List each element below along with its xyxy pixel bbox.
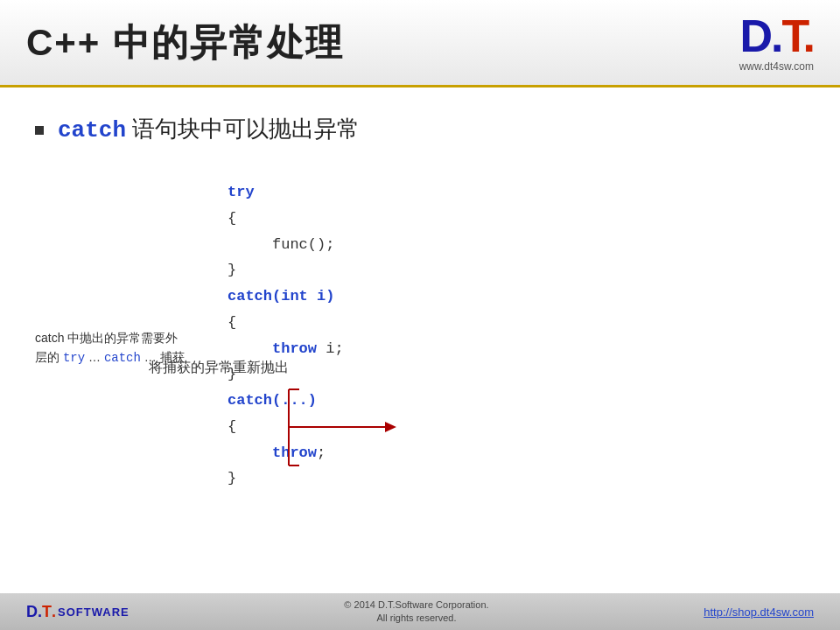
code-line-4: }: [228, 257, 472, 284]
content-area: catch 中抛出的异常需要外 层的 try … catch … 捕获 try …: [35, 171, 805, 500]
footer-logo: D.T.SOFTWARE: [26, 603, 130, 621]
bullet-keyword: catch: [58, 117, 126, 144]
code-line-9: catch(...): [228, 388, 472, 414]
code-line-2: {: [228, 206, 472, 232]
code-line-7: throw i;: [228, 336, 472, 362]
right-annotation: 将捕获的异常重新抛出: [149, 359, 289, 377]
main-content: catch 语句块中可以抛出异常 catch 中抛出的异常需要外 层的 try …: [0, 88, 840, 593]
code-line-5: catch(int i): [228, 284, 472, 310]
annotation-line1: catch 中抛出的异常需要外: [35, 331, 178, 345]
footer-logo-period: .: [52, 603, 56, 621]
footer-copyright: © 2014 D.T.Software Corporation. All rig…: [344, 598, 488, 626]
footer-url[interactable]: http://shop.dt4sw.com: [704, 606, 814, 619]
footer: D.T.SOFTWARE © 2014 D.T.Software Corpora…: [0, 593, 840, 630]
header: C++ 中的异常处理 D.T. D.T. www.dt4sw.com: [0, 0, 840, 88]
copyright-line1: © 2014 D.T.Software Corporation.: [344, 598, 488, 612]
bullet-row: catch 语句块中可以抛出异常: [35, 114, 805, 144]
code-block: try { func(); } catch(int i) { throw i; …: [228, 171, 472, 500]
code-line-3: func();: [228, 232, 472, 258]
bullet-text: catch 语句块中可以抛出异常: [58, 114, 360, 144]
footer-logo-t: T: [42, 603, 52, 621]
logo-url: www.dt4sw.com: [739, 60, 814, 73]
code-line-6: {: [228, 310, 472, 336]
code-line-11: throw;: [228, 440, 472, 466]
footer-logo-sw: SOFTWARE: [58, 606, 130, 619]
code-line-10: {: [228, 414, 472, 440]
bullet-rest: 语句块中可以抛出异常: [126, 116, 360, 142]
code-line-1: try: [228, 179, 472, 206]
page-title: C++ 中的异常处理: [26, 18, 344, 67]
copyright-line2: All rights reserved.: [344, 612, 488, 625]
code-line-12: }: [228, 466, 472, 492]
logo-area: D.T. D.T. www.dt4sw.com: [739, 13, 814, 73]
left-annotation: catch 中抛出的异常需要外 层的 try … catch … 捕获: [35, 171, 228, 500]
bullet-icon: [35, 126, 44, 135]
footer-logo-d: D: [26, 603, 38, 621]
logo: D.T. D.T.: [740, 13, 814, 59]
